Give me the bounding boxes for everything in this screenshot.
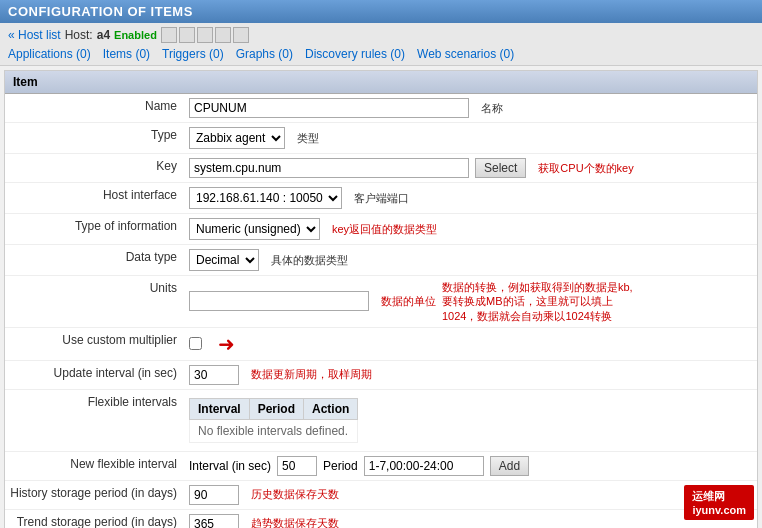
tab-applications[interactable]: Applications (0) xyxy=(8,47,91,61)
units-note: 数据的转换，例如获取得到的数据是kb,要转换成MB的话，这里就可以填上1024，… xyxy=(442,280,642,323)
add-button[interactable]: Add xyxy=(490,456,529,476)
tab-items[interactable]: Items (0) xyxy=(103,47,150,61)
host-interface-annotation: 客户端端口 xyxy=(354,191,409,206)
type-info-value-cell: Numeric (unsigned) key返回值的数据类型 xyxy=(185,214,757,244)
type-row: Type Zabbix agent 类型 xyxy=(5,123,757,154)
host-list-link[interactable]: « Host list xyxy=(8,28,61,42)
col-action: Action xyxy=(304,398,358,419)
data-type-value-cell: Decimal 具体的数据类型 xyxy=(185,245,757,275)
new-period-input[interactable] xyxy=(364,456,484,476)
nav-icon-1[interactable] xyxy=(161,27,177,43)
flexible-table-cell: Interval Period Action No flexible inter… xyxy=(185,390,362,451)
trend-row: Trend storage period (in days) 趋势数据保存天数 xyxy=(5,510,757,528)
name-annotation: 名称 xyxy=(481,101,503,116)
multiplier-value-cell: ➜ xyxy=(185,328,757,360)
nav-icons xyxy=(161,27,249,43)
host-interface-select[interactable]: 192.168.61.140 : 10050 xyxy=(189,187,342,209)
units-label: Units xyxy=(5,276,185,300)
flexible-row: Flexible intervals Interval Period Actio… xyxy=(5,390,757,452)
col-interval: Interval xyxy=(190,398,250,419)
type-info-row: Type of information Numeric (unsigned) k… xyxy=(5,214,757,245)
units-row: Units 数据的单位 数据的转换，例如获取得到的数据是kb,要转换成MB的话，… xyxy=(5,276,757,328)
multiplier-row: Use custom multiplier ➜ xyxy=(5,328,757,361)
nav-tabs: Applications (0) Items (0) Triggers (0) … xyxy=(8,47,514,61)
name-input[interactable] xyxy=(189,98,469,118)
update-label: Update interval (in sec) xyxy=(5,361,185,385)
section-title: Item xyxy=(13,75,38,89)
history-value-cell: 历史数据保存天数 xyxy=(185,481,757,509)
history-label: History storage period (in days) xyxy=(5,481,185,505)
key-row: Key Select 获取CPU个数的key xyxy=(5,154,757,183)
type-info-label: Type of information xyxy=(5,214,185,238)
host-interface-label: Host interface xyxy=(5,183,185,207)
new-interval-input[interactable] xyxy=(277,456,317,476)
select-button[interactable]: Select xyxy=(475,158,526,178)
content-area: Item Name 名称 Type Zabbix agent 类型 Key Se… xyxy=(4,70,758,528)
trend-input[interactable] xyxy=(189,514,239,528)
units-annotation: 数据的单位 xyxy=(381,294,436,309)
update-input[interactable] xyxy=(189,365,239,385)
watermark: 运维网iyunv.com xyxy=(684,485,754,520)
data-type-select[interactable]: Decimal xyxy=(189,249,259,271)
data-type-label: Data type xyxy=(5,245,185,269)
key-input[interactable] xyxy=(189,158,469,178)
new-flexible-label: New flexible interval xyxy=(5,452,185,476)
nav-bar: « Host list Host: a4 Enabled Application… xyxy=(0,23,762,66)
nav-icon-4[interactable] xyxy=(215,27,231,43)
key-value-cell: Select 获取CPU个数的key xyxy=(185,154,757,182)
nav-host-name: a4 xyxy=(97,28,110,42)
section-header: Item xyxy=(5,71,757,94)
update-row: Update interval (in sec) 数据更新周期，取样周期 xyxy=(5,361,757,390)
interval-label: Interval (in sec) xyxy=(189,459,271,473)
nav-host-prefix: Host: xyxy=(65,28,93,42)
key-label: Key xyxy=(5,154,185,178)
flexible-label: Flexible intervals xyxy=(5,390,185,414)
flexible-header-row: Flexible intervals Interval Period Actio… xyxy=(5,390,362,451)
name-value-cell: 名称 xyxy=(185,94,757,122)
page-header: CONFIGURATION OF ITEMS xyxy=(0,0,762,23)
host-interface-value-cell: 192.168.61.140 : 10050 客户端端口 xyxy=(185,183,757,213)
arrow-icon: ➜ xyxy=(218,332,235,356)
flexible-intervals-table: Interval Period Action No flexible inter… xyxy=(189,398,358,443)
type-annotation: 类型 xyxy=(297,131,319,146)
new-flexible-value-cell: Interval (in sec) Period Add xyxy=(185,452,757,480)
new-flexible-row: New flexible interval Interval (in sec) … xyxy=(5,452,757,481)
name-label: Name xyxy=(5,94,185,118)
tab-triggers[interactable]: Triggers (0) xyxy=(162,47,224,61)
trend-annotation: 趋势数据保存天数 xyxy=(251,516,339,528)
history-input[interactable] xyxy=(189,485,239,505)
col-period: Period xyxy=(249,398,303,419)
nav-icon-3[interactable] xyxy=(197,27,213,43)
name-row: Name 名称 xyxy=(5,94,757,123)
key-annotation: 获取CPU个数的key xyxy=(538,161,633,176)
data-type-annotation: 具体的数据类型 xyxy=(271,253,348,268)
tab-web[interactable]: Web scenarios (0) xyxy=(417,47,514,61)
type-value-cell: Zabbix agent 类型 xyxy=(185,123,757,153)
data-type-row: Data type Decimal 具体的数据类型 xyxy=(5,245,757,276)
trend-label: Trend storage period (in days) xyxy=(5,510,185,528)
multiplier-label: Use custom multiplier xyxy=(5,328,185,352)
period-label: Period xyxy=(323,459,358,473)
update-annotation: 数据更新周期，取样周期 xyxy=(251,367,372,382)
type-select[interactable]: Zabbix agent xyxy=(189,127,285,149)
units-input[interactable] xyxy=(189,291,369,311)
units-value-cell: 数据的单位 数据的转换，例如获取得到的数据是kb,要转换成MB的话，这里就可以填… xyxy=(185,276,757,327)
history-row: History storage period (in days) 历史数据保存天… xyxy=(5,481,757,510)
nav-icon-2[interactable] xyxy=(179,27,195,43)
history-annotation: 历史数据保存天数 xyxy=(251,487,339,502)
page-title: CONFIGURATION OF ITEMS xyxy=(8,4,193,19)
nav-enabled: Enabled xyxy=(114,29,157,41)
nav-icon-5[interactable] xyxy=(233,27,249,43)
type-label: Type xyxy=(5,123,185,147)
host-interface-row: Host interface 192.168.61.140 : 10050 客户… xyxy=(5,183,757,214)
type-info-select[interactable]: Numeric (unsigned) xyxy=(189,218,320,240)
multiplier-checkbox[interactable] xyxy=(189,337,202,350)
tab-discovery[interactable]: Discovery rules (0) xyxy=(305,47,405,61)
no-intervals-row: No flexible intervals defined. xyxy=(190,419,358,442)
update-value-cell: 数据更新周期，取样周期 xyxy=(185,361,757,389)
no-intervals-text: No flexible intervals defined. xyxy=(190,419,358,442)
type-info-annotation: key返回值的数据类型 xyxy=(332,222,437,237)
trend-value-cell: 趋势数据保存天数 xyxy=(185,510,757,528)
tab-graphs[interactable]: Graphs (0) xyxy=(236,47,293,61)
